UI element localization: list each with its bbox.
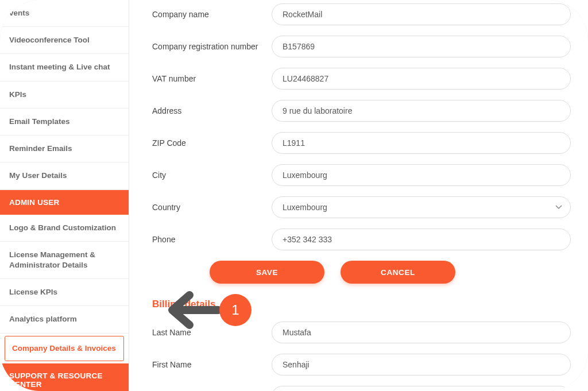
app-frame: vents Videoconference Tool Instant meeti… (0, 0, 588, 391)
select-country[interactable]: Luxembourg (272, 196, 571, 218)
label-address: Address (152, 106, 272, 115)
label-vat: VAT number (152, 74, 272, 83)
sidebar-item-license-mgmt[interactable]: License Management & Administrator Detai… (0, 242, 129, 279)
input-billing-first-name[interactable] (272, 354, 571, 375)
sidebar-item-email-templates[interactable]: Email Templates (0, 109, 129, 136)
input-billing-last-name[interactable] (272, 322, 571, 343)
row-billing-address: Address (152, 386, 571, 391)
label-phone: Phone (152, 235, 272, 244)
sidebar-item-events[interactable]: vents (0, 0, 129, 27)
sidebar-item-license-kpis[interactable]: License KPIs (0, 279, 129, 306)
label-zip: ZIP Code (152, 138, 272, 148)
button-row: SAVE CANCEL (210, 261, 571, 284)
sidebar-item-my-user-details[interactable]: My User Details (0, 162, 129, 189)
row-company-name: Company name (152, 3, 571, 25)
sidebar-item-company-details[interactable]: Company Details & Invoices (5, 336, 124, 361)
label-company-name: Company name (152, 10, 272, 19)
input-billing-address[interactable] (272, 386, 571, 391)
row-billing-last-name: Last Name (152, 322, 571, 343)
input-city[interactable] (272, 164, 571, 186)
input-vat[interactable] (272, 68, 571, 90)
row-country: Country Luxembourg (152, 196, 571, 218)
label-country: Country (152, 203, 272, 212)
label-reg-number: Company registration number (152, 42, 272, 51)
layout: vents Videoconference Tool Instant meeti… (0, 0, 588, 391)
row-city: City (152, 164, 571, 186)
sidebar-item-videoconference[interactable]: Videoconference Tool (0, 27, 129, 54)
input-reg-number[interactable] (272, 36, 571, 57)
sidebar-item-instant-meeting[interactable]: Instant meeting & Live chat (0, 54, 129, 81)
label-billing-last-name: Last Name (152, 328, 272, 337)
input-address[interactable] (272, 100, 571, 122)
save-button[interactable]: SAVE (210, 261, 324, 284)
sidebar-header-admin-user: ADMIN USER (0, 190, 129, 215)
sidebar-item-kpis[interactable]: KPIs (0, 82, 129, 109)
billing-title: Billing details (152, 299, 571, 310)
row-phone: Phone (152, 229, 571, 250)
row-zip: ZIP Code (152, 132, 571, 154)
sidebar: vents Videoconference Tool Instant meeti… (0, 0, 129, 391)
input-company-name[interactable] (272, 3, 571, 25)
sidebar-item-logo-brand[interactable]: Logo & Brand Customization (0, 215, 129, 242)
row-reg-number: Company registration number (152, 36, 571, 57)
sidebar-item-analytics[interactable]: Analytics platform (0, 306, 129, 333)
sidebar-item-reminder-emails[interactable]: Reminder Emails (0, 136, 129, 162)
label-city: City (152, 171, 272, 180)
sidebar-header-support: SUPPORT & RESOURCE CENTER (0, 363, 129, 391)
input-phone[interactable] (272, 229, 571, 250)
cancel-button[interactable]: CANCEL (341, 261, 455, 284)
row-billing-first-name: First Name (152, 354, 571, 375)
input-zip[interactable] (272, 132, 571, 154)
row-address: Address (152, 100, 571, 122)
main-content: Company name Company registration number… (129, 0, 588, 391)
label-billing-first-name: First Name (152, 360, 272, 369)
row-vat: VAT number (152, 68, 571, 90)
